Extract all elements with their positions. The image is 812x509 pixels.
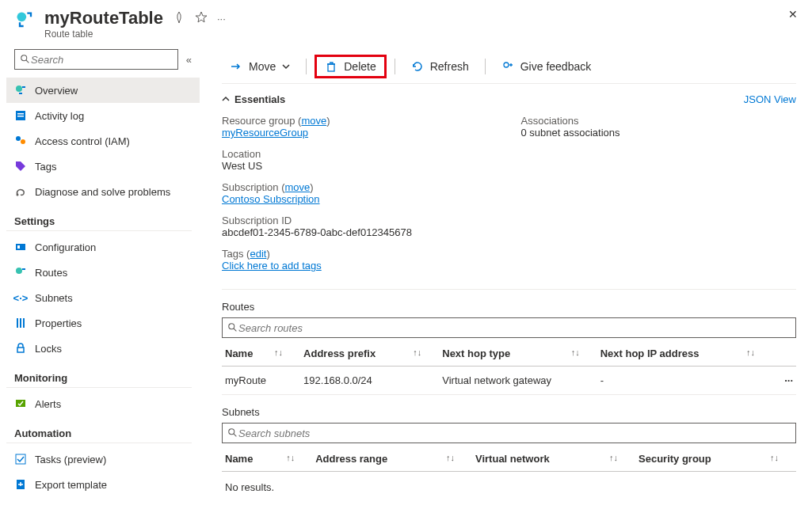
routes-search-input[interactable]	[238, 322, 791, 334]
essentials-header[interactable]: Essentials JSON View	[222, 84, 796, 115]
route-table-icon	[14, 9, 36, 32]
subid-value: abcdef01-2345-6789-0abc-def012345678	[222, 226, 497, 238]
properties-icon	[14, 317, 27, 329]
refresh-label: Refresh	[430, 60, 469, 73]
sidebar-item-label: Export template	[35, 479, 107, 491]
sidebar-item-subnets[interactable]: <·> Subnets	[6, 285, 200, 310]
sidebar-item-diagnose[interactable]: Diagnose and solve problems	[6, 179, 200, 204]
pin-icon[interactable]	[173, 11, 185, 26]
favorite-star-icon[interactable]	[195, 11, 208, 26]
subnets-col-vnet[interactable]: Virtual network↑↓	[472, 446, 635, 472]
route-hop-type: Virtual network gateway	[439, 367, 597, 395]
svg-rect-20	[328, 64, 334, 71]
essentials-title: Essentials	[234, 93, 285, 105]
sub-move-link[interactable]: move	[285, 181, 311, 193]
chevron-up-icon	[222, 93, 230, 105]
sidebar-item-properties[interactable]: Properties	[6, 310, 200, 336]
tags-add-link[interactable]: Click here to add tags	[222, 260, 322, 272]
sidebar-item-activity-log[interactable]: Activity log	[6, 103, 200, 128]
sidebar: « Overview Activity log Access control (…	[0, 49, 206, 509]
svg-line-23	[234, 329, 237, 332]
sub-label: Subscription	[222, 181, 279, 193]
subnets-col-sg[interactable]: Security group↑↓	[635, 446, 796, 472]
sub-value-link[interactable]: Contoso Subscription	[222, 193, 320, 205]
subnets-search-input[interactable]	[238, 427, 791, 439]
routes-search[interactable]	[222, 317, 796, 338]
table-row[interactable]: myRoute 192.168.0.0/24 Virtual network g…	[222, 367, 796, 395]
page-header: myRouteTable Route table ··· ✕	[0, 0, 812, 49]
sidebar-item-access-control[interactable]: Access control (IAM)	[6, 128, 200, 154]
routes-col-hop-ip[interactable]: Next hop IP address↑↓	[597, 341, 772, 367]
main-content: Move Delete Refresh Give feedback Essent…	[206, 49, 812, 509]
row-more-icon[interactable]: ···	[772, 367, 796, 395]
sidebar-item-label: Routes	[35, 267, 67, 279]
sidebar-item-label: Activity log	[35, 110, 84, 122]
move-button[interactable]: Move	[222, 57, 298, 76]
subnets-col-name[interactable]: Name↑↓	[222, 446, 312, 472]
sort-icon: ↑↓	[446, 453, 455, 462]
feedback-label: Give feedback	[520, 60, 592, 73]
delete-button[interactable]: Delete	[315, 55, 386, 78]
sort-icon: ↑↓	[274, 348, 283, 357]
more-icon[interactable]: ···	[217, 13, 226, 25]
routes-col-prefix[interactable]: Address prefix↑↓	[300, 341, 439, 367]
svg-point-8	[21, 139, 25, 144]
feedback-button[interactable]: Give feedback	[494, 57, 600, 76]
sidebar-search-input[interactable]	[31, 54, 173, 66]
refresh-button[interactable]: Refresh	[403, 57, 477, 76]
sort-icon: ↑↓	[770, 453, 779, 462]
collapse-sidebar-icon[interactable]: «	[186, 54, 192, 66]
sidebar-item-label: Configuration	[35, 241, 96, 253]
sort-icon: ↑↓	[286, 453, 295, 462]
subnets-col-range[interactable]: Address range↑↓	[312, 446, 472, 472]
sidebar-item-export-template[interactable]: Export template	[6, 472, 200, 497]
sidebar-item-locks[interactable]: Locks	[6, 336, 200, 361]
sidebar-item-label: Access control (IAM)	[35, 135, 130, 147]
routes-col-name[interactable]: Name↑↓	[222, 341, 300, 367]
subnets-section-title: Subnets	[222, 395, 796, 423]
sidebar-item-label: Diagnose and solve problems	[35, 186, 170, 198]
sidebar-item-configuration[interactable]: Configuration	[6, 234, 200, 260]
refresh-icon	[411, 60, 424, 73]
sidebar-item-tasks[interactable]: Tasks (preview)	[6, 446, 200, 472]
svg-point-24	[229, 429, 234, 435]
toolbar-separator	[395, 59, 395, 74]
sidebar-item-routes[interactable]: Routes	[6, 260, 200, 285]
svg-rect-15	[23, 318, 25, 328]
sidebar-search[interactable]	[14, 49, 178, 70]
svg-rect-5	[17, 113, 24, 115]
sidebar-section-monitoring: Monitoring	[6, 361, 192, 388]
sort-icon: ↑↓	[413, 348, 421, 357]
sidebar-item-label: Overview	[35, 85, 78, 97]
svg-rect-11	[17, 245, 20, 249]
svg-point-22	[229, 324, 234, 329]
route-prefix: 192.168.0.0/24	[300, 367, 439, 395]
sidebar-section-automation: Automation	[6, 416, 192, 443]
sidebar-item-label: Subnets	[35, 292, 73, 304]
svg-rect-13	[17, 318, 18, 328]
tags-edit-link[interactable]: edit	[250, 248, 266, 260]
svg-point-12	[16, 268, 22, 274]
sidebar-item-label: Properties	[35, 317, 82, 329]
sidebar-item-label: Tags	[35, 161, 56, 173]
sidebar-item-tags[interactable]: Tags	[6, 154, 200, 179]
svg-point-3	[16, 85, 22, 92]
svg-point-9	[17, 194, 19, 196]
sidebar-item-alerts[interactable]: Alerts	[6, 391, 200, 416]
overview-icon	[14, 84, 27, 97]
routes-col-hop-type[interactable]: Next hop type↑↓	[439, 341, 597, 367]
svg-rect-10	[16, 244, 25, 250]
routes-table: Name↑↓ Address prefix↑↓ Next hop type↑↓ …	[222, 341, 796, 395]
json-view-link[interactable]: JSON View	[744, 93, 796, 105]
svg-point-1	[21, 55, 27, 61]
subnets-search[interactable]	[222, 423, 796, 443]
rg-move-link[interactable]: move	[301, 115, 326, 127]
tags-icon	[14, 160, 27, 173]
sidebar-item-label: Alerts	[35, 398, 61, 410]
close-icon[interactable]: ✕	[788, 8, 798, 21]
search-icon	[227, 427, 238, 439]
sidebar-item-overview[interactable]: Overview	[6, 78, 200, 103]
subnets-no-results: No results.	[222, 472, 796, 503]
route-hop-ip: -	[597, 367, 772, 395]
rg-value-link[interactable]: myResourceGroup	[222, 127, 308, 139]
